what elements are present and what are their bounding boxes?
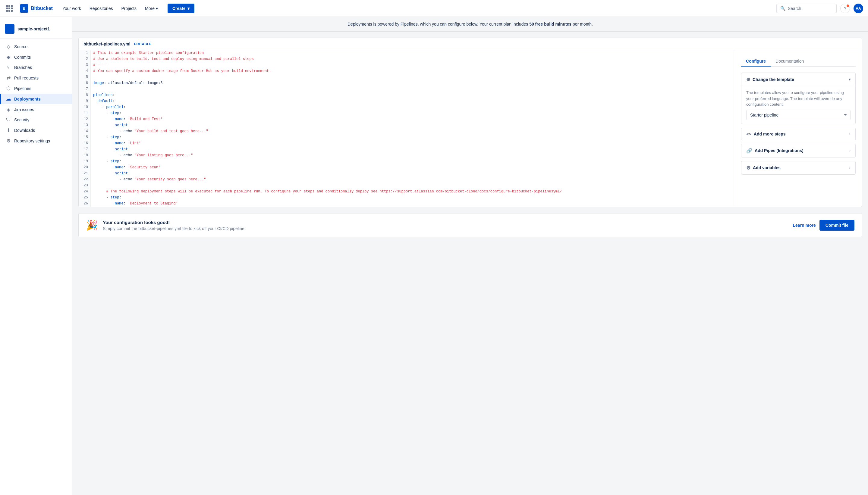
code-line-2: 2 # Use a skeleton to build, test and de… xyxy=(79,56,735,62)
code-line-25: 25 - step: xyxy=(79,195,735,201)
tab-configure[interactable]: Configure xyxy=(741,56,771,67)
code-panel[interactable]: 1 # This is an example Starter pipeline … xyxy=(79,50,735,207)
bitbucket-logo[interactable]: B Bitbucket xyxy=(20,4,53,13)
sidebar-label-commits: Commits xyxy=(14,55,31,59)
sidebar-item-source[interactable]: ◇ Source xyxy=(0,41,72,52)
sidebar-item-pull-requests[interactable]: ⇄ Pull requests xyxy=(0,72,72,83)
template-select[interactable]: Starter pipeline Node.js Python Java Doc… xyxy=(746,110,851,120)
search-icon: 🔍 xyxy=(780,6,785,11)
code-line-11: 11 - step: xyxy=(79,110,735,117)
sidebar-label-deployments: Deployments xyxy=(14,97,41,101)
repo-settings-icon: ⚙ xyxy=(6,138,11,143)
apps-grid-icon[interactable] xyxy=(5,4,14,13)
sidebar-item-commits[interactable]: ◆ Commits xyxy=(0,52,72,62)
code-line-23: 23 xyxy=(79,183,735,189)
learn-more-link[interactable]: Learn more xyxy=(793,223,816,228)
sidebar-label-branches: Branches xyxy=(14,65,32,70)
sidebar-item-branches[interactable]: ⑂ Branches xyxy=(0,62,72,72)
project-name: sample-project1 xyxy=(17,27,50,31)
your-work-link[interactable]: Your work xyxy=(59,4,85,13)
code-line-24: 24 # The following deployment steps will… xyxy=(79,189,735,195)
section-add-pipes: 🔗 Add Pipes (Integrations) › xyxy=(741,144,856,157)
sidebar-item-downloads[interactable]: ⬇ Downloads xyxy=(0,125,72,136)
more-chevron-icon: ▾ xyxy=(156,6,158,11)
change-template-label: Change the template xyxy=(753,77,794,82)
project-icon xyxy=(5,24,15,34)
config-panel: Configure Documentation ⊕ Change the tem… xyxy=(735,50,862,207)
editor-header: bitbucket-pipelines.yml EDITABLE xyxy=(79,38,862,50)
sidebar-item-repository-settings[interactable]: ⚙ Repository settings xyxy=(0,136,72,146)
add-steps-icon: <> xyxy=(746,132,751,136)
sidebar-item-security[interactable]: 🛡 Security xyxy=(0,115,72,125)
code-line-19: 19 - step: xyxy=(79,159,735,165)
change-template-icon: ⊕ xyxy=(746,76,750,82)
code-line-12: 12 name: 'Build and Test' xyxy=(79,117,735,122)
editor-body: 1 # This is an example Starter pipeline … xyxy=(79,50,862,207)
code-line-6: 6 image: atlassian/default-image:3 xyxy=(79,80,735,86)
tab-documentation[interactable]: Documentation xyxy=(771,56,809,67)
create-button[interactable]: Create ▾ xyxy=(167,4,194,13)
code-line-26: 26 name: 'Deployment to Staging' xyxy=(79,201,735,207)
top-navigation: B Bitbucket Your work Repositories Proje… xyxy=(0,0,868,17)
topnav-left: B Bitbucket Your work Repositories Proje… xyxy=(5,4,776,13)
repositories-link[interactable]: Repositories xyxy=(86,4,117,13)
file-name: bitbucket-pipelines.yml xyxy=(83,41,131,46)
code-line-20: 20 name: 'Security scan' xyxy=(79,165,735,171)
source-icon: ◇ xyxy=(6,44,11,49)
code-line-22: 22 - echo "Your security scan goes here.… xyxy=(79,177,735,183)
add-pipes-label: Add Pipes (Integrations) xyxy=(755,148,803,153)
projects-link[interactable]: Projects xyxy=(117,4,140,13)
section-change-template: ⊕ Change the template ▾ The templates al… xyxy=(741,72,856,124)
change-template-desc: The templates allow you to configure you… xyxy=(746,90,851,107)
sidebar-item-jira-issues[interactable]: ◈ Jira issues xyxy=(0,104,72,115)
section-add-more-steps-header[interactable]: <> Add more steps › xyxy=(741,128,855,140)
more-link[interactable]: More ▾ xyxy=(141,4,162,13)
code-line-16: 16 name: 'Lint' xyxy=(79,141,735,147)
deployments-icon: ☁ xyxy=(6,96,11,102)
top-banner: Deployments is powered by Pipelines, whi… xyxy=(72,17,868,32)
bottom-banner: 🎉 Your configuration looks good! Simply … xyxy=(78,213,862,237)
commits-icon: ◆ xyxy=(6,54,11,60)
banner-actions: Learn more Commit file xyxy=(793,220,854,231)
banner-highlight: 50 free build minutes xyxy=(529,22,571,27)
code-line-7: 7 xyxy=(79,86,735,92)
sidebar-label-repo-settings: Repository settings xyxy=(14,138,50,143)
sidebar: sample-project1 ◇ Source ◆ Commits ⑂ Bra… xyxy=(0,17,72,495)
branches-icon: ⑂ xyxy=(6,65,11,70)
editor-container: bitbucket-pipelines.yml EDITABLE 1 # Thi… xyxy=(78,38,862,207)
main-content: Deployments is powered by Pipelines, whi… xyxy=(72,17,868,495)
section-change-template-header[interactable]: ⊕ Change the template ▾ xyxy=(741,73,855,86)
commit-file-button[interactable]: Commit file xyxy=(819,220,854,231)
section-add-variables: ⚙ Add variables › xyxy=(741,161,856,175)
downloads-icon: ⬇ xyxy=(6,127,11,133)
sidebar-label-source: Source xyxy=(14,44,28,49)
banner-title: Your configuration looks good! xyxy=(103,220,788,225)
section-add-pipes-header[interactable]: 🔗 Add Pipes (Integrations) › xyxy=(741,144,855,157)
section-add-variables-header[interactable]: ⚙ Add variables › xyxy=(741,161,855,174)
topnav-links: Your work Repositories Projects More ▾ xyxy=(59,4,162,13)
sidebar-label-pull-requests: Pull requests xyxy=(14,75,38,80)
code-line-3: 3 # ----- xyxy=(79,62,735,68)
banner-text-block: Your configuration looks good! Simply co… xyxy=(103,220,788,231)
sidebar-item-pipelines[interactable]: ⬡ Pipelines xyxy=(0,83,72,93)
add-variables-icon: ⚙ xyxy=(746,165,751,171)
add-pipes-icon: 🔗 xyxy=(746,148,752,154)
search-box[interactable]: 🔍 Search xyxy=(776,4,837,13)
user-avatar[interactable]: AA xyxy=(853,4,863,13)
banner-text-before: Deployments is powered by Pipelines, whi… xyxy=(347,22,529,27)
sidebar-item-deployments[interactable]: ☁ Deployments xyxy=(0,93,72,104)
sidebar-label-downloads: Downloads xyxy=(14,128,35,133)
add-steps-chevron: › xyxy=(849,132,851,136)
code-line-5: 5 xyxy=(79,74,735,80)
sidebar-label-security: Security xyxy=(14,117,30,122)
add-more-steps-label: Add more steps xyxy=(754,132,786,136)
help-icon[interactable]: ? xyxy=(840,4,850,13)
code-line-9: 9 default: xyxy=(79,99,735,104)
app-body: sample-project1 ◇ Source ◆ Commits ⑂ Bra… xyxy=(0,17,868,495)
security-icon: 🛡 xyxy=(6,117,11,122)
banner-emoji: 🎉 xyxy=(86,220,98,231)
search-placeholder-text: Search xyxy=(788,6,801,11)
logo-text: Bitbucket xyxy=(31,6,53,11)
code-line-17: 17 script: xyxy=(79,147,735,153)
add-variables-chevron: › xyxy=(849,166,851,170)
